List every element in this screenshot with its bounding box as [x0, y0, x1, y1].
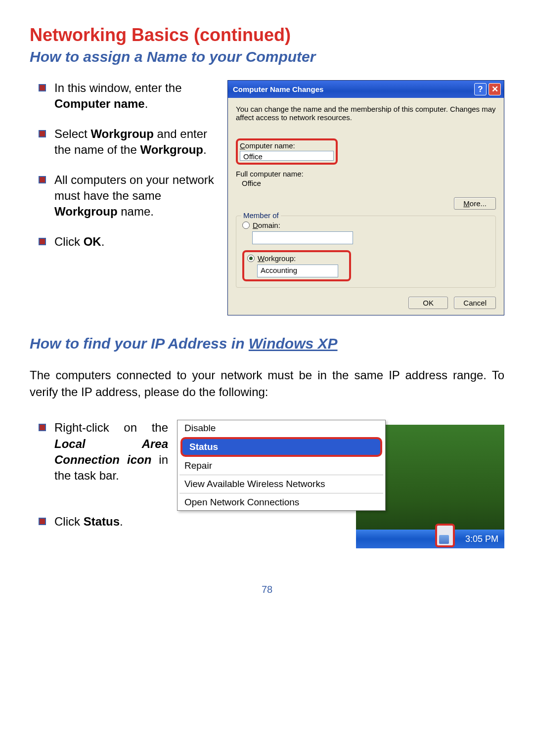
heading-main: Networking Basics (continued)	[30, 25, 504, 45]
workgroup-highlight: Workgroup: Accounting	[242, 250, 351, 281]
taskbar-time: 3:05 PM	[465, 534, 498, 544]
ok-button[interactable]: OK	[408, 297, 448, 309]
full-computer-name-value: Office	[236, 179, 496, 187]
help-button[interactable]: ?	[474, 83, 487, 95]
domain-input[interactable]	[252, 231, 353, 244]
instruction-list-2: Right-click on the Local Area Connection…	[30, 420, 168, 559]
computer-name-dialog: Computer Name Changes ? ✕ You can change…	[227, 80, 504, 315]
workgroup-radio[interactable]	[247, 255, 255, 262]
heading-sub-2: How to find your IP Address in Windows X…	[30, 335, 504, 352]
close-button[interactable]: ✕	[489, 83, 501, 95]
computer-name-input[interactable]: Office	[240, 151, 334, 161]
menu-separator	[179, 475, 383, 475]
dialog-description: You can change the name and the membersh…	[236, 105, 496, 122]
menu-separator	[179, 493, 383, 493]
list-item: Click Status.	[30, 514, 168, 530]
menu-item-disable[interactable]: Disable	[178, 420, 385, 436]
member-of-legend: Member of	[241, 211, 281, 220]
screenshot-area: 3:05 PM Disable Status Repair View Avail…	[177, 420, 504, 548]
full-computer-name-label: Full computer name:	[236, 170, 496, 178]
list-item: All computers on your network must have …	[30, 172, 218, 220]
domain-radio-row[interactable]: Domain:	[242, 221, 490, 229]
page-number: 78	[30, 584, 504, 595]
menu-item-repair[interactable]: Repair	[178, 458, 385, 474]
dialog-title: Computer Name Changes	[233, 85, 323, 93]
menu-item-status[interactable]: Status	[180, 437, 382, 457]
list-item: Right-click on the Local Area Connection…	[30, 420, 168, 484]
dialog-titlebar: Computer Name Changes ? ✕	[228, 81, 504, 98]
computer-name-label: Computer name:	[240, 141, 334, 150]
workgroup-input[interactable]: Accounting	[257, 265, 338, 277]
computer-name-highlight: Computer name: Office	[236, 138, 338, 165]
menu-item-wireless[interactable]: View Available Wireless Networks	[178, 476, 385, 492]
bullet-icon	[39, 130, 46, 137]
cancel-button[interactable]: Cancel	[454, 297, 496, 309]
list-item: In this window, enter the Computer name.	[30, 80, 218, 112]
heading-sub-1: How to assign a Name to your Computer	[30, 48, 504, 65]
context-menu: Disable Status Repair View Available Wir…	[177, 420, 386, 511]
paragraph-ip: The computers connected to your network …	[30, 367, 504, 400]
list-item: Select Workgroup and enter the name of t…	[30, 126, 218, 158]
tray-icon-highlight[interactable]	[435, 524, 455, 547]
list-item: Click OK.	[30, 234, 218, 250]
workgroup-radio-row[interactable]: Workgroup:	[247, 254, 346, 263]
bullet-icon	[39, 176, 46, 183]
menu-item-open-connections[interactable]: Open Network Connections	[178, 494, 385, 510]
bullet-icon	[39, 84, 46, 91]
more-button[interactable]: More...	[454, 197, 496, 210]
workgroup-label: Workgroup:	[258, 254, 296, 263]
domain-label: Domain:	[253, 221, 280, 229]
taskbar: 3:05 PM	[356, 530, 504, 548]
bullet-icon	[39, 424, 46, 431]
bullet-icon	[39, 238, 46, 245]
member-of-fieldset: Member of Domain: Workgroup: Accounting	[236, 216, 496, 288]
instruction-list-1: In this window, enter the Computer name.…	[30, 80, 218, 315]
network-tray-icon[interactable]	[439, 535, 449, 544]
domain-radio[interactable]	[242, 222, 250, 229]
bullet-icon	[39, 518, 46, 525]
